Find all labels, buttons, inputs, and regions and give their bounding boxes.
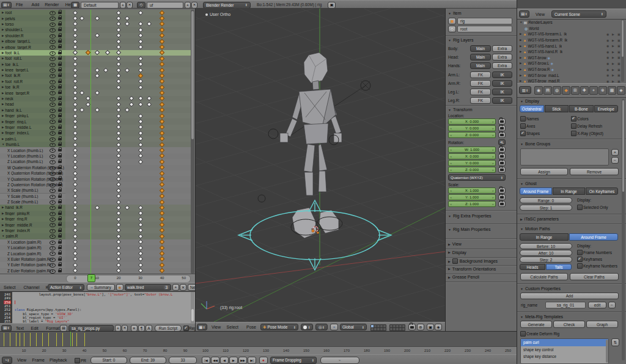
channel-lock-icon[interactable] — [58, 201, 62, 203]
channel-expand-icon[interactable]: ▶ — [2, 126, 4, 129]
channel-lock-icon[interactable] — [58, 270, 62, 272]
channel-lock-icon[interactable] — [58, 195, 62, 198]
channel-lock-icon[interactable] — [58, 29, 62, 31]
channel-z-location-thumb-l-[interactable]: Z Location (thumb.L) — [0, 159, 65, 164]
scene-add-button[interactable]: + — [185, 2, 191, 9]
location-field[interactable]: Z: 0.000 — [448, 132, 496, 138]
display-check-colors[interactable] — [571, 116, 576, 122]
assign-button[interactable]: Assign — [520, 168, 568, 175]
lock-camera-toggle[interactable] — [408, 324, 416, 330]
channel-head[interactable]: ▶head — [0, 101, 65, 107]
channel-visibility-icon[interactable] — [50, 258, 56, 262]
record-button[interactable]: ● — [259, 357, 268, 364]
channel-elbow-target-l[interactable]: ▶elbow_target.L — [0, 38, 65, 44]
viewport-editor-type-button[interactable]: ▦⇕ — [197, 324, 207, 330]
outliner-expand-icon[interactable]: ▶ — [520, 74, 521, 77]
channel-toe-ik-r[interactable]: ▶toe_ik.R — [0, 84, 65, 90]
timeline-keyframe-line[interactable] — [84, 333, 85, 346]
action-icon-button[interactable]: ◈ — [116, 284, 123, 291]
restrict-select-icon[interactable]: ▶ — [612, 73, 614, 77]
outliner-scrollbar[interactable] — [621, 20, 624, 82]
outliner-expand-icon[interactable]: ▼ — [520, 21, 522, 24]
word-wrap-toggle[interactable]: ¶ — [138, 325, 145, 332]
timeline-keyframe-line[interactable] — [48, 333, 49, 346]
channel-visibility-icon[interactable] — [50, 40, 56, 44]
ghost-range-field[interactable]: Range: 0 — [520, 197, 572, 203]
rig-layer-button-fk[interactable]: FK — [470, 89, 491, 95]
channel-expand-icon[interactable]: ▶ — [2, 212, 4, 215]
channel-lock-icon[interactable] — [58, 52, 62, 54]
channel-visibility-icon[interactable] — [50, 269, 56, 274]
channel-visibility-icon[interactable] — [50, 109, 56, 113]
snap-magnet-toggle[interactable]: ⊕ — [417, 324, 424, 330]
tab-object-data[interactable]: ✚ — [580, 86, 589, 95]
channel-finger-ring-l[interactable]: ▶finger_ring.L — [0, 118, 65, 124]
outliner-expand-icon[interactable]: ▶ — [520, 79, 521, 82]
channel-visibility-icon[interactable] — [50, 155, 56, 159]
motion-heads-button[interactable]: Heads — [520, 264, 545, 270]
ghost-mode-on-keyframes[interactable]: On Keyframes — [586, 187, 618, 195]
channel-z-quaternion-rotation-thumb-l-[interactable]: Z Quaternion Rotation (thumb.L) — [0, 182, 65, 187]
rotation-field[interactable]: X: 0.000 — [448, 153, 496, 159]
channel-lock-icon[interactable] — [58, 172, 62, 175]
dope-ruler[interactable]: 010203040507 — [0, 274, 196, 283]
outliner-expand-icon[interactable]: ▶ — [520, 32, 521, 35]
channel-lock-icon[interactable] — [58, 218, 62, 220]
display-check-axes[interactable] — [520, 123, 526, 129]
outliner-item-wgt-brow-l[interactable]: ▶▲WGT-brow.L◈◉▶▣ — [517, 60, 626, 67]
channel-visibility-icon[interactable] — [50, 200, 56, 205]
channel-lock-icon[interactable] — [58, 167, 62, 169]
restrict-render-icon[interactable]: ▣ — [617, 32, 620, 36]
meta-rig-graph-button[interactable]: Graph — [586, 321, 618, 328]
timeline-menu-frame[interactable]: Frame — [32, 355, 45, 364]
location-field[interactable]: X: 0.000 — [448, 118, 496, 125]
pivot-select[interactable]: ◎⇕ — [315, 324, 328, 330]
restrict-render-icon[interactable]: ▣ — [617, 50, 620, 54]
channel-lock-icon[interactable] — [58, 23, 62, 26]
remove-property-button[interactable]: − — [608, 302, 616, 308]
channel-lock-icon[interactable] — [58, 149, 62, 151]
current-frame-badge[interactable]: 7 — [87, 274, 95, 282]
channel-x-location-thumb-l-[interactable]: X Location (thumb.L) — [0, 147, 65, 153]
motion-step-field[interactable]: Step: 2 — [520, 257, 572, 263]
ghost-mode-around-frame[interactable]: Around Frame — [520, 187, 552, 195]
channel-lock-icon[interactable] — [58, 35, 62, 37]
outliner-expand-icon[interactable]: ▶ — [520, 38, 521, 42]
panel-itasc[interactable]: ▶iTaSC parameters — [520, 217, 559, 221]
channel-expand-icon[interactable]: ▶ — [2, 34, 4, 37]
render-opengl-anim-button[interactable]: ◈ — [435, 324, 442, 330]
channel-pelvis[interactable]: ▶pelvis — [0, 15, 65, 21]
display-check-delay-refresh[interactable] — [571, 123, 576, 129]
restrict-visibility-icon[interactable]: ◉ — [606, 56, 609, 59]
channel-lock-icon[interactable] — [58, 258, 62, 261]
template-refresh-button[interactable]: ⇅ — [611, 338, 619, 346]
restrict-select-icon[interactable]: ▶ — [612, 38, 614, 42]
outliner-expand-icon[interactable]: ▶ — [520, 68, 521, 71]
location-field[interactable]: Y: 0.000 — [448, 125, 496, 131]
text-scrollbar[interactable] — [191, 292, 194, 323]
tab-constraints[interactable]: ⊞ — [571, 86, 580, 95]
render-opengl-button[interactable]: ▣ — [427, 324, 434, 330]
frame-start-field[interactable]: Start: 0 — [90, 357, 127, 364]
channel-visibility-icon[interactable] — [50, 212, 56, 216]
pr-checkbox[interactable] — [75, 358, 80, 363]
scale-field[interactable]: X: 1.000 — [448, 187, 496, 194]
channel-lock-icon[interactable] — [58, 86, 62, 89]
create-deform-rig-checkbox[interactable] — [520, 331, 526, 337]
channel-visibility-icon[interactable] — [50, 137, 56, 142]
current-frame-line[interactable] — [90, 10, 91, 274]
template-list-item[interactable]: palm curl — [521, 339, 609, 346]
channel-expand-icon[interactable]: ▶ — [2, 120, 4, 123]
panel-meta-rig-templates[interactable]: ▼Meta-Rig Templates — [520, 315, 563, 319]
screen-layout-field[interactable]: Default — [81, 2, 119, 9]
timeline-keyframe-line[interactable] — [4, 333, 4, 346]
timeline-keyframe-line[interactable] — [76, 333, 77, 346]
channel-lock-icon[interactable] — [58, 138, 62, 140]
channel-thumb-l[interactable]: ▼thumb.L — [0, 142, 65, 147]
timeline-keyframe-line[interactable] — [10, 333, 10, 346]
channel-foot-roll-r[interactable]: ▶foot_roll.R — [0, 79, 65, 84]
channel-visibility-icon[interactable] — [50, 172, 56, 176]
rig-layer-button-extra[interactable]: Extra — [492, 45, 512, 52]
channel-expand-icon[interactable]: ▶ — [2, 46, 4, 49]
viewport-canvas[interactable] — [196, 9, 445, 322]
